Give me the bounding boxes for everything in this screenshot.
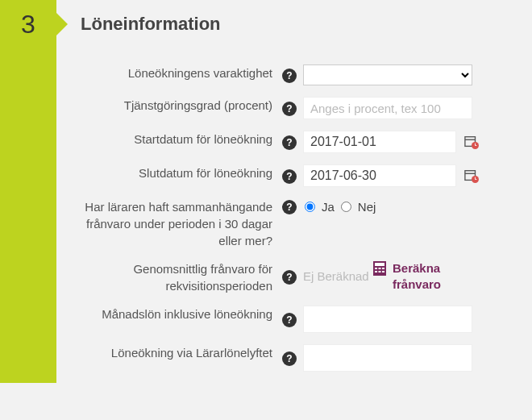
calendar-icon[interactable] bbox=[464, 168, 479, 183]
absence-yes-radio[interactable] bbox=[305, 202, 315, 212]
yes-label: Ja bbox=[322, 200, 335, 214]
absence-label: Har läraren haft sammanhängande frånvaro… bbox=[81, 198, 282, 249]
step-side-bar bbox=[0, 48, 56, 383]
raise-label: Löneökning via Lärarlönelyftet bbox=[81, 344, 282, 361]
svg-rect-13 bbox=[382, 271, 384, 272]
svg-rect-11 bbox=[375, 271, 377, 272]
absence-no-radio[interactable] bbox=[341, 202, 351, 212]
step-number: 3 bbox=[21, 10, 35, 40]
svg-rect-9 bbox=[379, 268, 381, 269]
svg-rect-12 bbox=[379, 271, 381, 272]
percent-input[interactable] bbox=[303, 97, 472, 119]
svg-rect-10 bbox=[382, 268, 384, 269]
end-date-label: Slutdatum för löneökning bbox=[81, 164, 282, 181]
duration-select[interactable] bbox=[303, 64, 472, 85]
help-icon[interactable]: ? bbox=[282, 313, 297, 327]
calculate-absence-link[interactable]: Beräkna frånvaro bbox=[372, 260, 460, 292]
calendar-icon[interactable] bbox=[464, 135, 479, 149]
end-date-input[interactable] bbox=[303, 164, 456, 187]
avg-status-text: Ej Beräknad bbox=[303, 268, 372, 285]
raise-input[interactable] bbox=[303, 344, 472, 372]
svg-rect-8 bbox=[375, 268, 377, 269]
avg-absence-label: Genomsnittlig frånvaro för rekvisitionsp… bbox=[81, 260, 282, 294]
help-icon[interactable]: ? bbox=[282, 135, 297, 150]
salary-input[interactable] bbox=[303, 306, 472, 333]
help-icon[interactable]: ? bbox=[282, 200, 297, 214]
help-icon[interactable]: ? bbox=[282, 270, 297, 285]
help-icon[interactable]: ? bbox=[282, 102, 297, 116]
svg-rect-7 bbox=[375, 263, 384, 266]
step-number-badge: 3 bbox=[0, 0, 56, 48]
start-date-label: Startdatum för löneökning bbox=[81, 131, 282, 148]
duration-label: Löneökningens varaktighet bbox=[81, 64, 282, 81]
help-icon[interactable]: ? bbox=[282, 69, 297, 83]
percent-label: Tjänstgöringsgrad (procent) bbox=[81, 97, 282, 114]
section-title: Löneinformation bbox=[81, 14, 221, 35]
calculator-icon bbox=[372, 260, 388, 277]
calculate-link-text: Beräkna frånvaro bbox=[393, 260, 460, 292]
help-icon[interactable]: ? bbox=[282, 169, 297, 184]
help-icon[interactable]: ? bbox=[282, 351, 297, 366]
no-label: Nej bbox=[358, 200, 376, 214]
start-date-input[interactable] bbox=[303, 131, 456, 153]
salary-label: Månadslön inklusive löneökning bbox=[81, 306, 282, 322]
